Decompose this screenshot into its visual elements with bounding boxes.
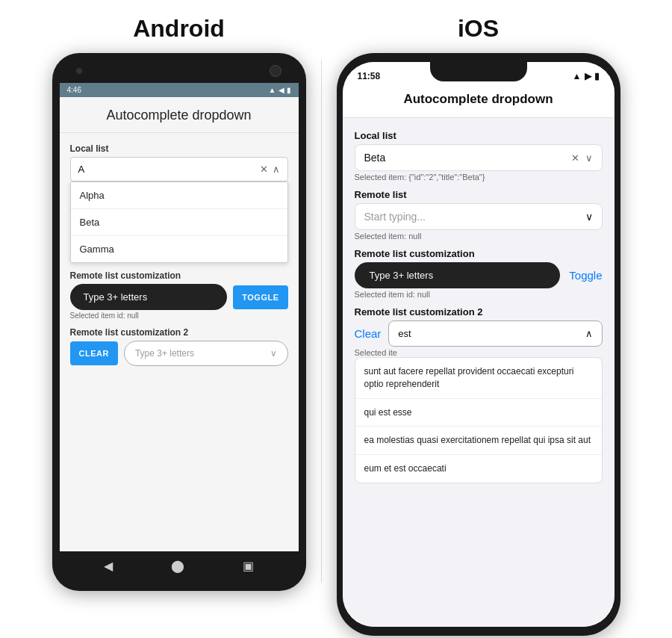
- remote2-row: CLEAR Type 3+ letters ∨: [70, 341, 288, 366]
- android-status-icons: ▲ ◀ ▮: [269, 86, 291, 94]
- ios-est-value: est: [398, 328, 411, 339]
- clear-button-android[interactable]: CLEAR: [70, 341, 118, 365]
- ios-type-letters-pill[interactable]: Type 3+ letters: [355, 262, 561, 288]
- ios-clear-button[interactable]: Clear: [355, 327, 382, 340]
- android-time: 4:46: [67, 86, 81, 94]
- ios-dropdown-item-1[interactable]: sunt aut facere repellat provident occae…: [355, 358, 602, 399]
- ios-local-list-input[interactable]: Beta ✕ ∨: [355, 144, 603, 171]
- ios-remote-customization-label: Remote list customization: [355, 248, 603, 259]
- ios-time: 11:58: [358, 71, 381, 81]
- ios-phone: 11:58 ▲ ▶ ▮ Autocomplete dropdown Local …: [337, 53, 620, 636]
- ios-remote-row: Type 3+ letters Toggle: [355, 262, 603, 288]
- android-navbar: ◀ ⬤ ▣: [60, 551, 299, 580]
- ios-selected2-text: Selected ite: [355, 348, 603, 357]
- dropdown-item-alpha[interactable]: Alpha: [71, 182, 287, 209]
- ios-dropdown-item-4[interactable]: eum et est occaecati: [355, 455, 602, 483]
- android-section: Android 4:46 ▲ ◀ ▮ Autocomplete dropdown: [52, 15, 306, 591]
- type2-input-android[interactable]: Type 3+ letters ∨: [124, 341, 288, 366]
- ios-remote-list-section: Remote list Start typing... ∨ Selected i…: [355, 189, 603, 241]
- ios-local-selected: Selected item: {"id":"2","title":"Beta"}: [355, 173, 603, 182]
- ios-est-input[interactable]: est ∧: [388, 320, 602, 347]
- ios-remote2-section: Remote list customization 2 Clear est ∧ …: [355, 306, 603, 483]
- signal-icon: ▲: [269, 86, 276, 94]
- remote-customization-section: Remote list customization Type 3+ letter…: [70, 270, 288, 320]
- dropdown-item-beta[interactable]: Beta: [71, 209, 287, 236]
- chevron-up-icon: ∧: [273, 164, 280, 175]
- ios-chevron-down-icon: ∨: [585, 152, 593, 164]
- ios-remote-list-input[interactable]: Start typing... ∨: [355, 203, 603, 230]
- toggle-button[interactable]: TOGGLE: [233, 285, 287, 309]
- home-button[interactable]: ⬤: [171, 559, 184, 573]
- back-button[interactable]: ◀: [104, 559, 113, 573]
- ios-wifi-icon: ▲: [573, 71, 582, 81]
- ios-status-icons: ▲ ▶ ▮: [573, 71, 600, 81]
- selected-item-id-text: Selected item id: null: [70, 312, 288, 320]
- type-letters-pill[interactable]: Type 3+ letters: [70, 284, 228, 310]
- android-status-bar: 4:46 ▲ ◀ ▮: [60, 83, 299, 97]
- ios-local-list-icons: ✕ ∨: [571, 152, 593, 164]
- type2-placeholder: Type 3+ letters: [135, 348, 194, 359]
- ios-remote2-row: Clear est ∧: [355, 320, 603, 347]
- ios-remote-list-label: Remote list: [355, 189, 603, 200]
- android-camera-dot: [76, 68, 82, 74]
- ios-remote-selected: Selected item: null: [355, 232, 603, 241]
- ios-content: Local list Beta ✕ ∨ Selected item: {"id"…: [343, 118, 615, 627]
- local-list-label: Local list: [70, 143, 288, 154]
- android-camera-lens: [270, 65, 281, 77]
- wifi-icon: ◀: [279, 86, 284, 94]
- ios-dropdown-item-3[interactable]: ea molestias quasi exercitationem repell…: [355, 427, 602, 455]
- local-list-input[interactable]: A ✕ ∧: [70, 157, 288, 182]
- ios-chevron-up-icon: ∧: [585, 328, 593, 339]
- recents-button[interactable]: ▣: [243, 559, 254, 573]
- ios-screen: 11:58 ▲ ▶ ▮ Autocomplete dropdown Local …: [343, 62, 615, 627]
- battery-icon: ▮: [287, 86, 291, 94]
- ios-toggle-button[interactable]: Toggle: [569, 269, 602, 282]
- android-screen: 4:46 ▲ ◀ ▮ Autocomplete dropdown Local l…: [60, 83, 299, 551]
- android-title: Android: [133, 15, 225, 43]
- ios-battery-icon: ▮: [594, 71, 600, 81]
- android-dropdown-list: Alpha Beta Gamma: [70, 182, 288, 263]
- remote-customization-row: Type 3+ letters TOGGLE: [70, 284, 288, 310]
- android-phone: 4:46 ▲ ◀ ▮ Autocomplete dropdown Local l…: [52, 53, 306, 591]
- ios-signal-icon: ▶: [585, 71, 591, 81]
- chevron-down-icon: ∨: [270, 348, 277, 359]
- ios-remote-placeholder: Start typing...: [364, 211, 426, 223]
- ios-title: iOS: [458, 15, 499, 43]
- remote2-section: Remote list customization 2 CLEAR Type 3…: [70, 327, 288, 366]
- ios-local-list-section: Local list Beta ✕ ∨ Selected item: {"id"…: [355, 130, 603, 182]
- remote-customization-label: Remote list customization: [70, 270, 288, 281]
- android-app-title: Autocomplete dropdown: [60, 97, 299, 133]
- ios-dropdown-item-2[interactable]: qui est esse: [355, 399, 602, 427]
- ios-dropdown-list: sunt aut facere repellat provident occae…: [355, 357, 603, 483]
- local-list-section: Local list A ✕ ∧ Alpha Beta Gamma: [70, 143, 288, 263]
- ios-notch: [430, 62, 527, 81]
- ios-local-list-label: Local list: [355, 130, 603, 141]
- android-content: Local list A ✕ ∧ Alpha Beta Gamma: [60, 133, 299, 551]
- ios-section: iOS 11:58 ▲ ▶ ▮ Autocomplete dropdown Lo…: [337, 15, 620, 636]
- ios-app-title: Autocomplete dropdown: [343, 84, 615, 118]
- ios-remote2-label: Remote list customization 2: [355, 306, 603, 318]
- android-camera-bar: [69, 64, 288, 83]
- section-divider: [321, 60, 322, 583]
- ios-remote-chevron-icon: ∨: [585, 211, 593, 223]
- ios-remote-customization-section: Remote list customization Type 3+ letter…: [355, 248, 603, 299]
- dropdown-item-gamma[interactable]: Gamma: [71, 236, 287, 262]
- remote2-label: Remote list customization 2: [70, 327, 288, 338]
- ios-clear-x-icon: ✕: [571, 152, 579, 164]
- clear-x-icon: ✕: [260, 164, 268, 175]
- ios-remote-selected-id: Selected item id: null: [355, 290, 603, 299]
- local-list-value: A: [78, 164, 85, 175]
- local-list-icons: ✕ ∧: [260, 164, 280, 175]
- ios-local-list-value: Beta: [364, 152, 386, 164]
